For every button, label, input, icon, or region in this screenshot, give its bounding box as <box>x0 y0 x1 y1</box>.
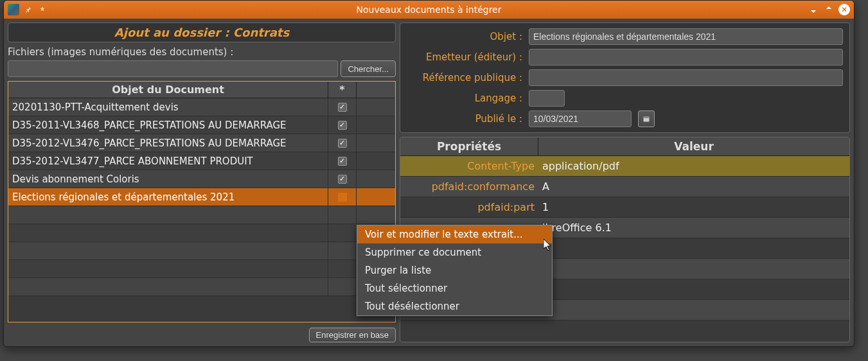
table-row[interactable] <box>8 224 395 242</box>
label-emetteur: Emetteur (éditeur) : <box>407 51 522 63</box>
left-panel: Ajout au dossier : Contrats Fichiers (im… <box>8 22 396 342</box>
table-row[interactable] <box>8 242 395 260</box>
input-reference[interactable] <box>529 69 843 86</box>
cell-checkbox[interactable] <box>328 134 357 152</box>
table-row[interactable] <box>8 260 395 278</box>
close-button[interactable]: ✕ <box>838 4 850 15</box>
cell-checkbox[interactable] <box>328 242 357 260</box>
table-row[interactable]: D35-2012-VL3477_PARCE ABONNEMENT PRODUIT <box>8 152 395 170</box>
cell-extra <box>357 188 395 206</box>
property-key: pdfaid:conformance <box>400 180 538 193</box>
col-properties-header[interactable]: Propriétés <box>400 137 538 155</box>
cell-extra <box>357 170 395 188</box>
property-key: pdfaid:part <box>400 201 538 213</box>
cell-checkbox[interactable] <box>328 224 357 242</box>
table-row[interactable]: D35-2012-VL3476_PARCE_PRESTATIONS AU DEM… <box>8 134 395 152</box>
property-value: A <box>538 180 849 193</box>
cell-object: D35-2012-VL3476_PARCE_PRESTATIONS AU DEM… <box>8 134 328 152</box>
cell-checkbox[interactable] <box>328 188 357 206</box>
cell-checkbox[interactable] <box>328 152 357 170</box>
cell-object: Elections régionales et départementales … <box>8 188 328 206</box>
input-objet[interactable] <box>529 28 843 45</box>
table-row[interactable] <box>8 206 395 224</box>
save-button[interactable]: Enregistrer en base <box>309 328 396 342</box>
context-menu-item[interactable]: Voir et modifier le texte extrait... <box>357 225 552 243</box>
mouse-cursor <box>544 239 554 254</box>
table-row[interactable]: 20201130-PTT-Acquittement devis <box>8 98 395 116</box>
label-reference: Référence publique : <box>407 72 522 84</box>
metadata-form: Objet : Emetteur (éditeur) : Référence p… <box>400 22 850 133</box>
cell-object <box>8 242 328 260</box>
input-emetteur[interactable] <box>529 49 843 66</box>
context-menu-item[interactable]: Purger la liste <box>357 261 552 279</box>
context-menu-item[interactable]: Supprimer ce document <box>357 243 552 261</box>
checkbox-icon[interactable] <box>338 139 347 148</box>
cell-checkbox[interactable] <box>328 170 357 188</box>
property-row[interactable]: pdfaid:part1 <box>400 197 849 218</box>
svg-rect-1 <box>644 117 650 119</box>
browse-button[interactable]: Chercher... <box>341 60 396 77</box>
label-langage: Langage : <box>407 92 522 104</box>
checkbox-icon[interactable] <box>338 193 347 202</box>
cell-object: D35-2011-VL3468_PARCE_PRESTATIONS AU DEM… <box>8 116 328 134</box>
context-menu-item[interactable]: Tout désélectionner <box>357 297 552 315</box>
property-key: Content-Type <box>400 160 538 172</box>
table-row[interactable] <box>8 278 395 296</box>
cell-extra <box>357 206 395 224</box>
minimize-button[interactable] <box>808 4 819 15</box>
cell-checkbox[interactable] <box>328 98 357 116</box>
checkbox-icon[interactable] <box>338 157 347 166</box>
calendar-icon[interactable] <box>638 110 655 127</box>
table-row[interactable]: Elections régionales et départementales … <box>8 188 395 206</box>
cell-extra <box>357 134 395 152</box>
cell-extra <box>357 152 395 170</box>
col-value-header[interactable]: Valeur <box>538 137 849 155</box>
window-title: Nouveaux documents à intégrer <box>357 4 502 15</box>
col-extra-header[interactable] <box>357 82 395 98</box>
property-value: 1 <box>538 201 849 213</box>
property-value: application/pdf <box>538 160 849 172</box>
label-objet: Objet : <box>407 31 522 42</box>
property-row[interactable]: Content-Typeapplication/pdf <box>400 156 849 177</box>
settings-star-icon[interactable] <box>37 4 48 15</box>
checkbox-icon[interactable] <box>338 175 347 184</box>
checkbox-icon[interactable] <box>338 121 347 130</box>
table-row[interactable]: Devis abonnement Coloris <box>8 170 395 188</box>
cell-object: D35-2012-VL3477_PARCE ABONNEMENT PRODUIT <box>8 152 328 170</box>
context-menu-item[interactable]: Tout sélectionner <box>357 279 552 297</box>
documents-table: Objet du Document * 20201130-PTT-Acquitt… <box>8 81 396 322</box>
cell-checkbox[interactable] <box>328 278 357 295</box>
cell-checkbox[interactable] <box>328 206 357 224</box>
input-langage[interactable] <box>529 90 565 107</box>
app-icon <box>8 4 19 15</box>
col-object-header[interactable]: Objet du Document <box>8 82 328 98</box>
cell-object <box>8 206 328 224</box>
cell-object <box>8 224 328 242</box>
col-star-header[interactable]: * <box>328 82 357 98</box>
titlebar[interactable]: Nouveaux documents à intégrer ✕ <box>4 1 854 19</box>
cell-extra <box>357 116 395 134</box>
cell-object: 20201130-PTT-Acquittement devis <box>8 98 328 116</box>
cell-checkbox[interactable] <box>328 260 357 277</box>
cell-extra <box>357 98 395 116</box>
files-label: Fichiers (images numériques des document… <box>8 46 396 58</box>
property-value: ibreOffice 6.1 <box>538 222 849 234</box>
property-row[interactable]: pdfaid:conformanceA <box>400 177 849 197</box>
files-input[interactable] <box>8 60 338 77</box>
pin-icon[interactable] <box>23 4 33 15</box>
cell-object <box>8 278 328 295</box>
input-publie[interactable] <box>529 110 632 127</box>
checkbox-icon[interactable] <box>338 103 347 112</box>
cell-object: Devis abonnement Coloris <box>8 170 328 188</box>
cell-checkbox[interactable] <box>328 116 357 134</box>
label-publie: Publié le : <box>407 113 522 125</box>
maximize-button[interactable] <box>823 4 835 15</box>
context-menu: Voir et modifier le texte extrait...Supp… <box>357 225 553 316</box>
cell-object <box>8 260 328 277</box>
table-row[interactable]: D35-2011-VL3468_PARCE_PRESTATIONS AU DEM… <box>8 116 395 134</box>
page-title: Ajout au dossier : Contrats <box>15 26 389 39</box>
